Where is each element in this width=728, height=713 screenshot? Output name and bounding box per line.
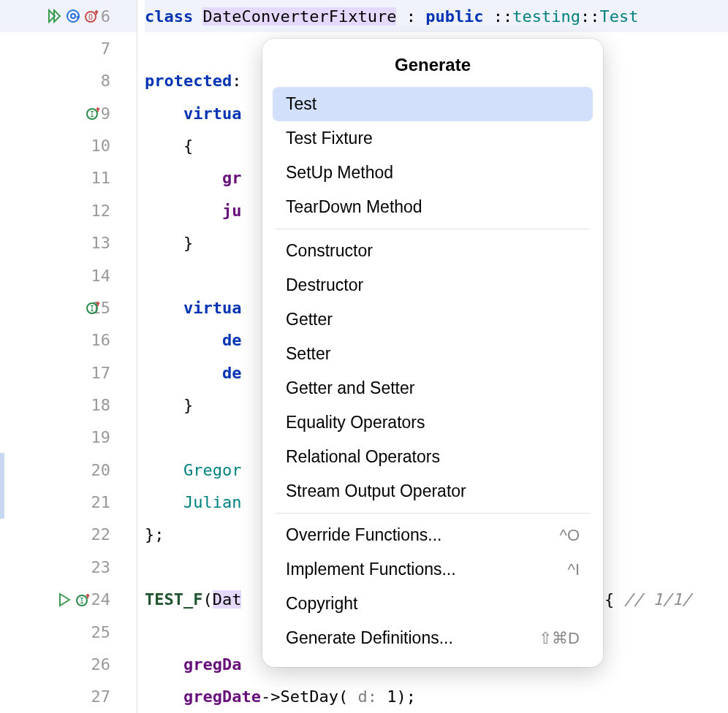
implements-up-icon[interactable]: I [76, 592, 91, 607]
macro: TEST_F [145, 590, 202, 609]
brace: { [183, 137, 193, 155]
call: de [222, 364, 242, 382]
indent [145, 493, 183, 511]
namespace: testing [512, 7, 580, 26]
indent [145, 299, 183, 317]
line-number: 20 [86, 461, 110, 479]
line-number: 8 [86, 72, 110, 90]
popup-item[interactable]: Override Functions...^O [273, 518, 593, 552]
popup-item-label: Test [286, 94, 316, 114]
value: 1 [377, 687, 397, 706]
popup-item[interactable]: Constructor [273, 234, 593, 268]
gutter-row: 15 I [0, 291, 137, 324]
keyword-public: public [425, 7, 493, 26]
popup-item-label: SetUp Method [286, 163, 393, 183]
popup-item[interactable]: Stream Output Operator [273, 474, 593, 508]
indent [145, 461, 183, 479]
indent [145, 364, 222, 382]
popup-item[interactable]: Test Fixture [273, 121, 593, 156]
popup-item[interactable]: Copyright [273, 587, 593, 621]
run-all-icon[interactable] [47, 9, 61, 23]
popup-item[interactable]: Destructor [273, 268, 593, 302]
popup-item[interactable]: Setter [273, 337, 593, 371]
gutter-row: 22 [0, 519, 137, 551]
popup-item[interactable]: Implement Functions...^I [273, 552, 593, 587]
gutter-row: 13 [0, 227, 137, 259]
gutter: 6 O 7 8 9 I 10 11 [0, 0, 137, 713]
scope-op: :: [580, 7, 600, 26]
popup-item-label: Constructor [286, 241, 373, 261]
gutter-row: 12 [0, 194, 137, 226]
scope-op: :: [493, 7, 513, 26]
popup-item-label: Getter and Setter [286, 378, 414, 398]
override-up-icon[interactable]: O [85, 9, 99, 23]
gutter-row: 9 I [0, 97, 137, 129]
code-line: class DateConverterFixture : public ::te… [145, 0, 728, 32]
gutter-row: 6 O [0, 0, 137, 32]
arrow: -> [261, 687, 281, 706]
popup-item[interactable]: Getter [273, 302, 593, 337]
implements-up-icon[interactable]: I [86, 300, 101, 315]
popup-separator [276, 229, 590, 229]
popup-item[interactable]: TearDown Method [273, 190, 593, 224]
gutter-row: 21 [0, 486, 137, 518]
call: de [222, 331, 242, 349]
gutter-row: 8 [0, 65, 137, 97]
popup-item-shortcut: ^I [568, 560, 580, 579]
popup-item[interactable]: Relational Operators [273, 440, 593, 474]
svg-point-1 [71, 14, 75, 18]
popup-item[interactable]: Generate Definitions...⇧⌘D [273, 621, 593, 655]
popup-item[interactable]: Test [273, 87, 593, 121]
paren: ( [202, 590, 212, 609]
line-number: 16 [86, 331, 110, 349]
implements-up-icon[interactable]: I [86, 106, 101, 121]
popup-item[interactable]: SetUp Method [273, 156, 593, 190]
gutter-row: 17 [0, 356, 137, 389]
popup-item[interactable]: Equality Operators [273, 405, 593, 440]
comment: // 1/1/ [614, 590, 691, 609]
brace: }; [145, 525, 164, 544]
indent [145, 687, 183, 706]
svg-text:O: O [88, 13, 93, 21]
keyword-virtual: virtua [183, 299, 241, 317]
popup-item-label: Copyright [286, 594, 357, 614]
gutter-row: 25 [0, 616, 137, 648]
popup-item-label: TearDown Method [286, 197, 422, 217]
line-number: 14 [86, 267, 110, 285]
gutter-row: 19 [0, 422, 137, 454]
colon: : [232, 72, 241, 90]
line-number: 12 [86, 202, 110, 220]
typename: Julian [183, 493, 241, 511]
line-number: 17 [86, 364, 110, 382]
popup-item-label: Equality Operators [286, 413, 425, 432]
line-number: 18 [86, 396, 110, 414]
line-number: 23 [86, 558, 110, 576]
line-number: 19 [86, 428, 110, 446]
typename: Gregor [183, 461, 241, 479]
indent [145, 169, 222, 187]
indent [145, 202, 222, 220]
generate-popup: Generate TestTest FixtureSetUp MethodTea… [262, 39, 603, 667]
gutter-row: 18 [0, 389, 137, 421]
popup-item[interactable]: Getter and Setter [273, 371, 593, 405]
run-target-icon[interactable] [66, 9, 80, 23]
line-number: 26 [86, 655, 110, 674]
gutter-row: 7 [0, 32, 137, 64]
run-test-icon[interactable] [57, 592, 72, 607]
indent [145, 137, 183, 155]
indent [145, 396, 183, 414]
svg-text:I: I [90, 110, 94, 118]
classname: DateConverterFixture [202, 7, 396, 26]
gutter-row: 10 [0, 129, 137, 161]
keyword-virtual: virtua [183, 104, 241, 123]
brace: } [183, 396, 193, 414]
line-number: 10 [86, 137, 110, 155]
popup-item-shortcut: ^O [560, 526, 580, 545]
paren: ( [338, 687, 358, 706]
punct: : [396, 7, 425, 26]
member: ju [222, 202, 242, 220]
member: gr [222, 169, 242, 187]
gutter-row: 14 [0, 259, 137, 291]
gutter-row: 26 [0, 648, 137, 680]
keyword-protected: protected [145, 72, 232, 90]
